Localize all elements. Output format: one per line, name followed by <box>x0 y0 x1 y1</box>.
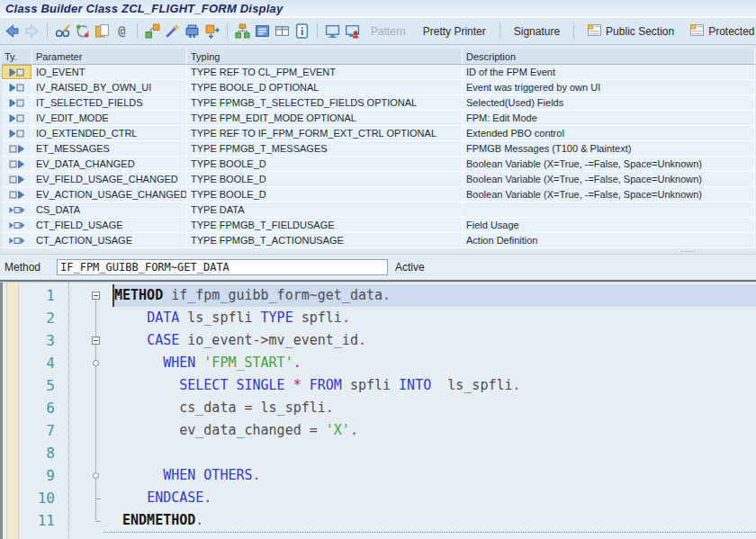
code-text[interactable]: SELECT SINGLE * FROM spfli INTO ls_spfli… <box>114 374 756 397</box>
code-text[interactable]: cs_data = ls_spfli. <box>114 397 756 419</box>
param-description-cell[interactable]: Event was triggered by own UI <box>463 80 755 94</box>
code-line-8[interactable]: 8 <box>3 442 756 464</box>
back-icon[interactable] <box>4 22 21 40</box>
changing-parameter-icon[interactable] <box>2 218 32 232</box>
table-row-io-extended-ctrl[interactable]: IO_EXTENDED_CTRLTYPE REF TO IF_FPM_FORM_… <box>2 126 755 141</box>
param-name-cell[interactable]: CS_DATA <box>32 202 187 217</box>
where-used-icon[interactable] <box>144 22 161 40</box>
importing-parameter-icon[interactable] <box>2 95 32 110</box>
breakpoint-margin[interactable] <box>6 283 19 539</box>
toolbar-button-signature[interactable]: Signature <box>507 25 567 38</box>
exporting-parameter-icon[interactable] <box>2 187 32 202</box>
fold-marker-box[interactable] <box>55 329 114 352</box>
toolbar-button-pretty-printer[interactable]: Pretty Printer <box>416 25 493 38</box>
table-row-et-messages[interactable]: ET_MESSAGESTYPE FPMGB_T_MESSAGESFPMGB Me… <box>2 141 755 157</box>
code-line-9[interactable]: 9 WHEN OTHERS. <box>3 464 756 487</box>
display-change-icon[interactable] <box>54 22 71 40</box>
wand-icon[interactable] <box>164 22 181 40</box>
code-text[interactable]: WHEN OTHERS. <box>114 464 756 487</box>
param-name-cell[interactable]: EV_ACTION_USAGE_CHANGED <box>32 187 187 202</box>
param-description-cell[interactable]: ID of the FPM Event <box>463 65 755 79</box>
column-header-ty[interactable]: Ty. <box>2 49 32 64</box>
syntax-check-icon[interactable] <box>184 22 201 40</box>
code-text[interactable] <box>114 442 756 464</box>
param-name-cell[interactable]: EV_FIELD_USAGE_CHANGED <box>32 172 187 186</box>
exporting-parameter-icon[interactable] <box>2 172 32 186</box>
code-line-5[interactable]: 5 SELECT SINGLE * FROM spfli INTO ls_spf… <box>3 374 756 397</box>
changing-parameter-icon[interactable] <box>2 202 32 217</box>
code-line-4[interactable]: 4 WHEN 'FPM_START'. <box>3 352 756 374</box>
code-text[interactable]: DATA ls_spfli TYPE spfli. <box>114 307 756 329</box>
fold-marker-boxtop[interactable] <box>55 284 114 307</box>
column-header-parameter[interactable]: Parameter <box>32 49 187 64</box>
table-row-iv-raised-by-own-ui[interactable]: IV_RAISED_BY_OWN_UITYPE BOOLE_D OPTIONAL… <box>2 80 755 95</box>
toolbar-button-public-section[interactable]: Public Section <box>580 22 680 40</box>
table-row-iv-edit-mode[interactable]: IV_EDIT_MODETYPE FPM_EDIT_MODE OPTIONALF… <box>2 111 755 126</box>
param-name-cell[interactable]: IO_EXTENDED_CTRL <box>32 126 187 140</box>
code-text[interactable]: ev_data_changed = 'X'. <box>114 419 756 442</box>
table-row-ev-data-changed[interactable]: EV_DATA_CHANGEDTYPE BOOLE_DBoolean Varia… <box>2 157 755 172</box>
code-line-11[interactable]: 11 ENDMETHOD. <box>3 509 756 532</box>
param-typing-cell[interactable]: TYPE BOOLE_D <box>187 157 463 171</box>
code-text[interactable]: ENDMETHOD. <box>114 509 756 532</box>
table-row-ev-field-usage-changed[interactable]: EV_FIELD_USAGE_CHANGEDTYPE BOOLE_DBoolea… <box>2 172 755 187</box>
resize-grip[interactable]: ..... <box>680 245 697 254</box>
param-name-cell[interactable]: IV_EDIT_MODE <box>32 111 187 125</box>
param-name-cell[interactable]: IO_EVENT <box>32 65 187 79</box>
code-editor[interactable]: 1METHOD if_fpm_guibb_form~get_data.2 DAT… <box>0 283 756 539</box>
hierarchy-icon[interactable] <box>234 22 251 40</box>
param-name-cell[interactable]: IV_RAISED_BY_OWN_UI <box>32 80 187 94</box>
param-typing-cell[interactable]: TYPE BOOLE_D <box>187 187 463 202</box>
code-text[interactable]: ENDCASE. <box>114 487 756 509</box>
param-description-cell[interactable]: Boolean Variable (X=True, -=False, Space… <box>463 172 755 186</box>
info-icon[interactable]: i <box>293 22 310 40</box>
param-description-cell[interactable]: Boolean Variable (X=True, -=False, Space… <box>463 187 755 202</box>
list-icon[interactable] <box>254 22 271 40</box>
table-row-ct-field-usage[interactable]: CT_FIELD_USAGETYPE FPMGB_T_FIELDUSAGEFie… <box>2 218 755 233</box>
importing-parameter-icon[interactable] <box>2 65 32 79</box>
table-row-io-event[interactable]: IO_EVENTTYPE REF TO CL_FPM_EVENTID of th… <box>2 65 755 80</box>
param-name-cell[interactable]: CT_ACTION_USAGE <box>32 233 187 247</box>
code-line-7[interactable]: 7 ev_data_changed = 'X'. <box>3 419 756 442</box>
table-row-cs-data[interactable]: CS_DATATYPE DATA <box>2 202 755 218</box>
method-name-input[interactable] <box>57 259 388 275</box>
table-row-ev-action-usage-changed[interactable]: EV_ACTION_USAGE_CHANGEDTYPE BOOLE_DBoole… <box>2 187 755 202</box>
importing-parameter-icon[interactable] <box>2 126 32 140</box>
param-typing-cell[interactable]: TYPE FPM_EDIT_MODE OPTIONAL <box>187 111 463 125</box>
param-typing-cell[interactable]: TYPE BOOLE_D OPTIONAL <box>187 80 463 94</box>
param-typing-cell[interactable]: TYPE FPMGB_T_MESSAGES <box>187 141 463 156</box>
activate-icon[interactable]: @ <box>113 22 130 40</box>
importing-parameter-icon[interactable] <box>2 111 32 125</box>
table-row-ct-action-usage[interactable]: CT_ACTION_USAGETYPE FPMGB_T_ACTIONUSAGEA… <box>2 233 755 248</box>
param-typing-cell[interactable]: TYPE REF TO CL_FPM_EVENT <box>187 65 463 79</box>
code-text[interactable]: WHEN 'FPM_START'. <box>114 352 756 374</box>
screen-user-icon[interactable] <box>344 22 361 40</box>
param-typing-cell[interactable]: TYPE BOOLE_D <box>187 172 463 186</box>
param-description-cell[interactable]: Selected(Used) Fields <box>463 95 755 110</box>
param-description-cell[interactable]: FPM: Edit Mode <box>463 111 755 125</box>
param-typing-cell[interactable]: TYPE FPMGB_T_SELECTED_FIELDS OPTIONAL <box>187 95 463 110</box>
param-name-cell[interactable]: ET_MESSAGES <box>32 141 187 156</box>
param-typing-cell[interactable]: TYPE DATA <box>187 202 463 217</box>
code-line-10[interactable]: 10 ENDCASE. <box>3 487 756 509</box>
table-row-it-selected-fields[interactable]: IT_SELECTED_FIELDSTYPE FPMGB_T_SELECTED_… <box>2 95 755 111</box>
param-description-cell[interactable]: Extended PBO control <box>463 126 755 140</box>
screen-icon[interactable] <box>324 22 341 40</box>
param-typing-cell[interactable]: TYPE FPMGB_T_FIELDUSAGE <box>187 218 463 232</box>
copy-icon[interactable] <box>94 22 111 40</box>
param-description-cell[interactable]: FPMGB Messages (T100 & Plaintext) <box>463 141 755 156</box>
param-typing-cell[interactable]: TYPE FPMGB_T_ACTIONUSAGE <box>187 233 463 247</box>
exporting-parameter-icon[interactable] <box>2 157 32 171</box>
toolbar-button-protected-section[interactable]: Protected Section <box>683 22 756 40</box>
param-name-cell[interactable]: IT_SELECTED_FIELDS <box>32 95 187 110</box>
param-typing-cell[interactable]: TYPE REF TO IF_FPM_FORM_EXT_CTRL OPTIONA… <box>187 126 463 140</box>
param-name-cell[interactable]: CT_FIELD_USAGE <box>32 218 187 232</box>
param-description-cell[interactable] <box>463 202 755 217</box>
code-line-3[interactable]: 3 CASE io_event->mv_event_id. <box>3 329 756 352</box>
column-header-description[interactable]: Description <box>463 49 755 64</box>
param-name-cell[interactable]: EV_DATA_CHANGED <box>32 157 187 171</box>
changing-parameter-icon[interactable] <box>2 233 32 247</box>
code-line-1[interactable]: 1METHOD if_fpm_guibb_form~get_data. <box>3 284 756 307</box>
table-view-icon[interactable] <box>274 22 291 40</box>
param-description-cell[interactable]: Action Definition <box>463 233 755 247</box>
